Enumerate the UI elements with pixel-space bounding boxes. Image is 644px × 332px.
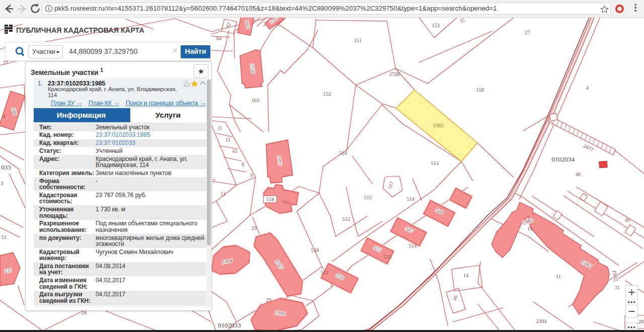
svg-text:40: 40: [625, 217, 630, 223]
svg-text:27: 27: [525, 30, 530, 35]
svg-text:153: 153: [432, 23, 440, 28]
svg-text:51: 51: [2, 234, 7, 240]
svg-text:158: 158: [476, 87, 484, 93]
svg-text:9: 9: [251, 173, 253, 178]
svg-text:151: 151: [354, 38, 362, 43]
svg-text:11: 11: [527, 226, 532, 231]
svg-text:033: 033: [1, 163, 11, 171]
svg-text:2304: 2304: [536, 318, 547, 324]
svg-text:3: 3: [1, 181, 3, 186]
svg-text:516: 516: [339, 150, 347, 156]
svg-text:2728: 2728: [389, 71, 400, 77]
svg-text:29: 29: [266, 297, 272, 303]
svg-text:1982: 1982: [611, 269, 619, 281]
svg-text:514: 514: [409, 243, 417, 248]
svg-text:0102034: 0102034: [551, 155, 575, 163]
svg-text:14: 14: [463, 273, 469, 278]
svg-text:13: 13: [220, 191, 225, 197]
svg-text:514: 514: [407, 196, 415, 202]
svg-text:518: 518: [311, 247, 319, 253]
svg-text:0102033: 0102033: [218, 321, 241, 329]
svg-text:7: 7: [213, 178, 215, 184]
svg-text:163: 163: [251, 98, 259, 103]
svg-text:515: 515: [383, 254, 391, 260]
svg-text:4: 4: [3, 114, 6, 119]
svg-text:152: 152: [323, 91, 331, 97]
svg-text:11: 11: [217, 125, 222, 131]
svg-text:66: 66: [452, 294, 459, 301]
svg-text:515: 515: [364, 195, 372, 200]
svg-text:518: 518: [266, 197, 274, 202]
svg-text:40: 40: [576, 172, 581, 177]
svg-text:!: !: [186, 82, 187, 87]
svg-text:11: 11: [556, 274, 561, 279]
svg-text:513: 513: [431, 160, 439, 166]
svg-text:28: 28: [638, 319, 644, 324]
svg-text:8: 8: [242, 161, 245, 167]
svg-text:4: 4: [586, 85, 589, 91]
svg-text:29: 29: [252, 225, 257, 231]
svg-text:517: 517: [387, 181, 394, 189]
svg-text:1985: 1985: [433, 122, 444, 128]
svg-text:32: 32: [459, 18, 466, 24]
svg-text:64: 64: [216, 36, 222, 41]
svg-text:12: 12: [225, 137, 230, 142]
svg-text:61: 61: [232, 148, 237, 154]
svg-text:512: 512: [320, 270, 329, 275]
svg-text:512: 512: [342, 216, 350, 222]
svg-text:62: 62: [225, 22, 232, 29]
svg-text:11: 11: [615, 285, 620, 290]
